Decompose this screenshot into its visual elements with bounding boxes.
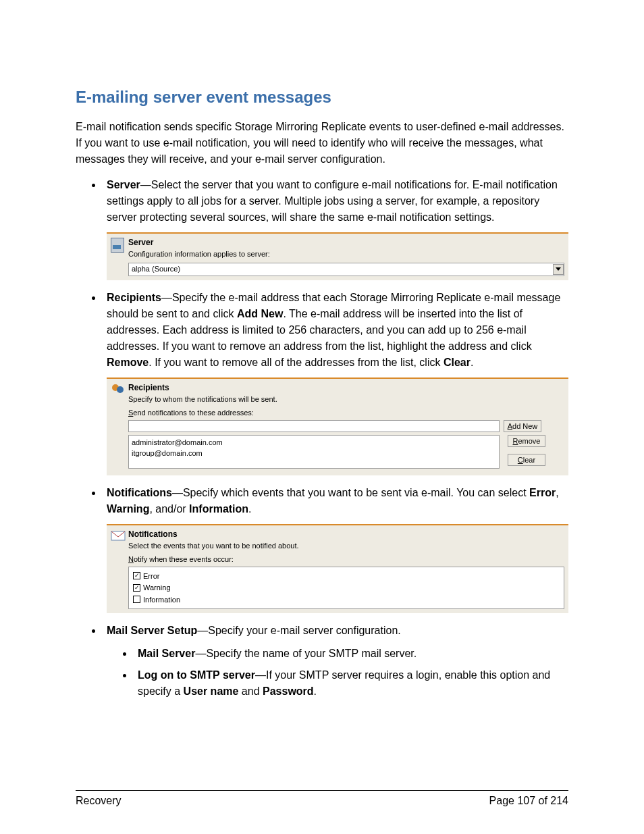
intro-paragraph: E-mail notification sends specific Stora…	[76, 119, 568, 167]
remove-button[interactable]: Remove	[508, 435, 545, 447]
recipient-list[interactable]: administrator@domain.com itgroup@domain.…	[128, 435, 500, 469]
notifications-label: Notify when these events occur:	[128, 554, 564, 565]
server-panel-title: Server	[128, 236, 564, 249]
bullet-notifications: Notifications—Specify which events that …	[103, 485, 568, 614]
notification-options: ✓ Error ✓ Warning Information	[128, 567, 564, 610]
list-item[interactable]: administrator@domain.com	[132, 437, 496, 448]
bullet-server-text: —Select the server that you want to conf…	[107, 179, 558, 223]
clear-button[interactable]: Clear	[508, 454, 545, 466]
svg-point-2	[117, 386, 124, 393]
checkbox-warning[interactable]: ✓ Warning	[133, 582, 560, 594]
notifications-panel-title: Notifications	[128, 528, 564, 540]
bullet-mail-setup-label: Mail Server Setup	[107, 625, 197, 636]
chevron-down-icon[interactable]	[553, 264, 564, 275]
recipient-input[interactable]	[128, 420, 500, 432]
server-dropdown[interactable]: alpha (Source)	[128, 263, 564, 276]
server-icon	[111, 236, 128, 276]
bullet-server: Server—Select the server that you want t…	[103, 177, 568, 280]
list-item[interactable]: itgroup@domain.com	[132, 448, 496, 459]
svg-marker-0	[556, 267, 561, 271]
recipients-label: Send notifications to these addresses:	[128, 407, 564, 419]
sub-bullet-mail-server: Mail Server—Specify the name of your SMT…	[134, 646, 568, 662]
envelope-icon	[111, 528, 128, 610]
footer-left: Recovery	[76, 795, 122, 807]
footer-right: Page 107 of 214	[489, 795, 568, 807]
notifications-panel-sub: Select the events that you want to be no…	[128, 540, 564, 552]
page-heading: E-mailing server event messages	[76, 88, 568, 107]
server-dropdown-value: alpha (Source)	[129, 263, 553, 275]
recipients-panel: Recipients Specify to whom the notificat…	[107, 377, 568, 475]
sub-bullet-smtp-login: Log on to SMTP server—If your SMTP serve…	[134, 667, 568, 700]
server-panel: Server Configuration information applies…	[107, 232, 568, 280]
bullet-mail-setup: Mail Server Setup—Specify your e-mail se…	[103, 623, 568, 700]
bullet-server-label: Server	[107, 179, 140, 190]
recipients-panel-title: Recipients	[128, 382, 564, 394]
server-panel-sub: Configuration information applies to ser…	[128, 249, 564, 260]
notifications-panel: Notifications Select the events that you…	[107, 524, 568, 614]
add-new-button[interactable]: Add New	[504, 420, 541, 432]
recipients-panel-sub: Specify to whom the notifications will b…	[128, 394, 564, 405]
people-icon	[111, 382, 128, 471]
checkbox-information[interactable]: Information	[133, 594, 560, 606]
bullet-notifications-label: Notifications	[107, 487, 172, 498]
bullet-recipients-label: Recipients	[107, 292, 161, 303]
checkbox-error[interactable]: ✓ Error	[133, 571, 560, 582]
bullet-recipients: Recipients—Specify the e-mail address th…	[103, 290, 568, 475]
